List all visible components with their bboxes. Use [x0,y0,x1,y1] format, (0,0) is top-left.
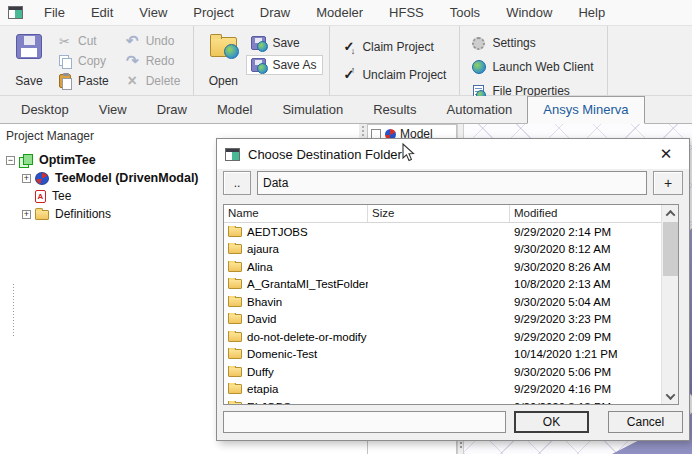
folder-modified: 9/30/2020 8:26 AM [510,261,661,273]
save-button[interactable]: Save [6,29,52,92]
folder-row[interactable]: AEDTJOBS 9/29/2020 2:14 PM [224,223,661,241]
menu-item[interactable]: Tools [437,0,493,25]
folder-row[interactable]: Alina 9/30/2020 8:26 AM [224,258,661,276]
close-icon[interactable]: ✕ [651,143,681,165]
toolbar-button[interactable]: Save [246,33,323,53]
tree-connector-line [13,284,14,338]
folder-modified: 10/8/2020 2:13 AM [510,278,661,290]
menu-item[interactable]: View [126,0,180,25]
toolbar-button[interactable]: Unclaim Project [336,65,453,85]
expander-icon[interactable] [22,210,31,219]
folder-modified: 10/14/2020 1:21 PM [510,348,661,360]
menu-item[interactable]: Draw [247,0,303,25]
folder-row[interactable]: etapia 9/29/2020 4:16 PM [224,381,661,399]
menu-item[interactable]: Edit [78,0,126,25]
path-input[interactable] [257,171,647,195]
folder-modified: 9/30/2020 8:12 AM [510,243,661,255]
add-folder-button[interactable]: + [653,171,683,195]
toolbar-button-icon [128,72,137,90]
folder-modified: 9/29/2020 3:23 PM [510,313,661,325]
save-globe-icon [251,58,266,72]
dialog-button-row: OK Cancel [217,411,689,437]
toolbar-button[interactable]: Paste [52,71,116,91]
ribbon-tab[interactable]: Desktop [6,97,84,123]
tree-item-icon [35,190,46,203]
folder-list: Name Size Modified AEDTJOBS 9/29/2020 2 [223,204,679,405]
toolbar-button[interactable]: Settings [466,33,600,53]
folder-row[interactable]: Bhavin 9/30/2020 5:04 AM [224,293,661,311]
choose-destination-folder-dialog: Choose Destination Folder ✕ .. + Name Si… [216,138,690,441]
toolbar-button[interactable]: Claim Project [336,37,453,57]
dialog-path-row: .. + [217,171,689,197]
toolbar-button[interactable]: Launch Web Client [466,57,600,77]
toolbar-button-label: Launch Web Client [492,60,593,74]
menu-items: File Edit View Project Draw Modeler HFSS… [31,0,618,25]
folder-name: David [247,313,276,325]
menu-item[interactable]: Modeler [303,0,376,25]
folder-row[interactable]: Domenic-Test 10/14/2020 1:21 PM [224,346,661,364]
ribbon-tab[interactable]: Draw [142,97,202,123]
menu-item[interactable]: Project [180,0,246,25]
folder-name: Alina [247,261,273,273]
folder-row[interactable]: do-not-delete-or-modify 9/29/2020 2:09 P… [224,328,661,346]
menu-item[interactable]: Help [565,0,618,25]
folder-icon [228,262,242,272]
save-buttons: Save Save As [246,29,323,92]
claim-buttons: Claim Project Unclaim Project [336,29,453,92]
folder-row[interactable]: ELJOBS 9/29/2020 3:13 PM [224,398,661,404]
column-header[interactable]: Name [224,205,368,222]
tree-item-label[interactable]: OptimTee [37,153,98,167]
toolbar-button-label: Copy [78,54,106,68]
expander-icon[interactable] [6,156,15,165]
folder-icon [228,244,242,254]
expander-icon[interactable] [22,174,31,183]
toolbar-button-label: Paste [78,74,109,88]
ribbon-tab[interactable]: Simulation [267,97,358,123]
menu-item[interactable]: HFSS [376,0,437,25]
folder-name-input[interactable] [223,411,506,433]
folder-row[interactable]: ajaura 9/30/2020 8:12 AM [224,241,661,259]
open-button[interactable]: Open [200,29,246,92]
tree-item-label[interactable]: Definitions [53,207,113,221]
dialog-title: Choose Destination Folder [248,147,651,162]
toolbar-button-icon [472,37,485,50]
folder-name: etapia [247,383,278,395]
cancel-button[interactable]: Cancel [608,411,683,433]
toolbar-button-icon [126,32,139,50]
ok-button[interactable]: OK [514,411,589,433]
column-header[interactable]: Size [368,205,510,222]
column-header[interactable]: Modified [510,205,661,222]
toolbar-button[interactable]: Save As [246,55,323,75]
folder-icon [228,367,242,377]
tree-item-label[interactable]: TeeModel (DrivenModal) [53,171,201,185]
folder-row[interactable]: David 9/29/2020 3:23 PM [224,311,661,329]
toolbar-button[interactable]: Cut [52,31,116,51]
dialog-title-bar[interactable]: Choose Destination Folder ✕ [217,139,689,169]
up-directory-button[interactable]: .. [223,171,251,195]
tree-item-icon [35,172,49,185]
menu-item[interactable]: File [31,0,78,25]
folder-row[interactable]: A_GrantaMI_TestFolder 10/8/2020 2:13 AM [224,276,661,294]
scrollbar-thumb[interactable] [663,222,678,276]
tree-item-label[interactable]: Tee [50,189,73,203]
ribbon-group-edit: Save Cut Copy Paste [0,26,194,95]
scroll-up-icon[interactable] [662,205,679,221]
ribbon-tab[interactable]: Ansys Minerva [527,96,644,124]
toolbar-button[interactable]: Undo [120,31,188,51]
toolbar-button[interactable]: Redo [120,51,188,71]
save-button-label: Save [15,74,42,88]
ribbon-tab[interactable]: Automation [431,97,527,123]
toolbar-button-label: Settings [492,36,535,50]
toolbar-button[interactable]: Copy [52,51,116,71]
folder-modified: 9/29/2020 4:16 PM [510,383,661,395]
toolbar-button[interactable]: Delete [120,71,188,91]
ribbon-tab[interactable]: Results [358,97,431,123]
ribbon-tab[interactable]: View [84,97,142,123]
ribbon-toolbar: Save Cut Copy Paste [0,26,692,96]
folder-row[interactable]: Duffy 9/30/2020 5:06 PM [224,363,661,381]
scroll-down-icon[interactable] [662,388,679,404]
menu-item[interactable]: Window [493,0,565,25]
ribbon-tab[interactable]: Model [202,97,267,123]
folder-icon [228,314,242,324]
list-scrollbar[interactable] [661,205,678,404]
